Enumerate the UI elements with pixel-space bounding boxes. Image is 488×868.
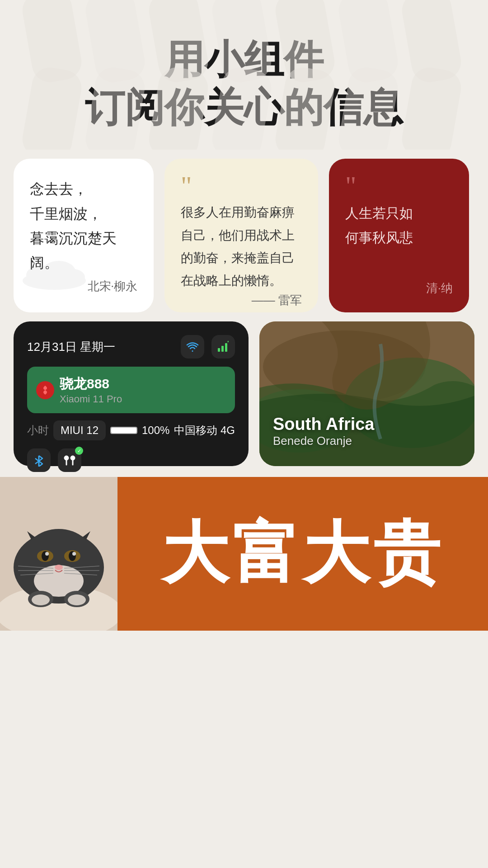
signal-icon xyxy=(211,335,235,359)
svg-point-3 xyxy=(60,269,85,285)
miui-badge: MIUI 12 xyxy=(53,420,106,440)
quote-widget-red: " 人生若只如 何事秋风悲 清·纳 xyxy=(329,159,469,312)
map-label: South Africa Benede Oranje xyxy=(273,415,375,448)
header-title: 用小组件 订阅你关心的信息 xyxy=(27,36,461,132)
device-map-row: 12月31日 星期一 xyxy=(0,321,488,477)
chip-model: Xiaomi 11 Pro xyxy=(60,393,122,405)
airpods-icon: ✓ xyxy=(58,448,81,472)
bluetooth-icon xyxy=(27,448,51,472)
svg-point-30 xyxy=(45,552,49,556)
device-bottom-row: 小时 MIUI 12 100% 中国移动 4G xyxy=(27,420,235,440)
device-icons xyxy=(181,335,235,359)
cat-image xyxy=(0,477,117,631)
battery-percentage: 100% xyxy=(142,424,169,437)
device-date-row: 12月31日 星期一 xyxy=(27,335,235,359)
fortune-widget: 大富大贵 xyxy=(117,477,488,631)
svg-rect-5 xyxy=(221,346,224,352)
svg-point-41 xyxy=(32,594,50,605)
svg-point-32 xyxy=(55,565,63,570)
map-country-name: South Africa xyxy=(273,415,375,434)
chip-row: 骁龙888 Xiaomi 11 Pro xyxy=(27,367,235,413)
battery-bar-icon xyxy=(110,427,137,434)
svg-point-31 xyxy=(72,552,76,556)
wifi-icon xyxy=(181,335,204,359)
quote-mark-cream: " xyxy=(181,175,302,197)
svg-rect-4 xyxy=(218,348,220,352)
airpods-check-badge: ✓ xyxy=(75,447,83,455)
quote-text-red: 人生若只如 何事秋风悲 xyxy=(345,201,453,280)
device-date-text: 12月31日 星期一 xyxy=(27,339,115,355)
chip-logo-icon xyxy=(36,381,54,399)
quote-author-cream: —— 雷军 xyxy=(181,292,302,308)
battery-section: 100% xyxy=(110,424,169,437)
battery-fill xyxy=(111,428,136,433)
quote-mark-red: " xyxy=(345,175,453,197)
cat-widget xyxy=(0,477,117,631)
network-info: 中国移动 4G xyxy=(174,423,235,438)
quote-author-red: 清·纳 xyxy=(345,280,453,296)
map-region-name: Benede Oranje xyxy=(273,434,375,448)
device-extra-icons-row: ✓ xyxy=(27,448,235,472)
quote-text-cream: 很多人在用勤奋麻痹自己，他们用战术上的勤奋，来掩盖自己在战略上的懒惰。 xyxy=(181,201,302,292)
map-widget: South Africa Benede Oranje xyxy=(259,321,474,466)
cat-illustration-icon xyxy=(0,477,117,631)
quote-widgets-row: 念去去， 千里烟波， 暮霭沉沉楚天阔。 北宋·柳永 " 很多人在用勤奋麻痹自己，… xyxy=(0,150,488,321)
quote-widget-cream: " 很多人在用勤奋麻痹自己，他们用战术上的勤奋，来掩盖自己在战略上的懒惰。 ——… xyxy=(164,159,318,312)
bottom-widgets-row: 大富大贵 xyxy=(0,477,488,631)
chip-name: 骁龙888 xyxy=(60,375,122,393)
time-text: 小时 xyxy=(27,423,49,438)
svg-rect-6 xyxy=(225,343,227,352)
svg-point-42 xyxy=(68,594,86,605)
header-section: 用小组件 订阅你关心的信息 xyxy=(0,0,488,150)
poem-widget-white: 念去去， 千里烟波， 暮霭沉沉楚天阔。 北宋·柳永 xyxy=(14,159,154,312)
device-widget: 12月31日 星期一 xyxy=(14,321,249,466)
fortune-text: 大富大贵 xyxy=(162,509,444,599)
cloud-decoration-icon xyxy=(18,254,90,290)
